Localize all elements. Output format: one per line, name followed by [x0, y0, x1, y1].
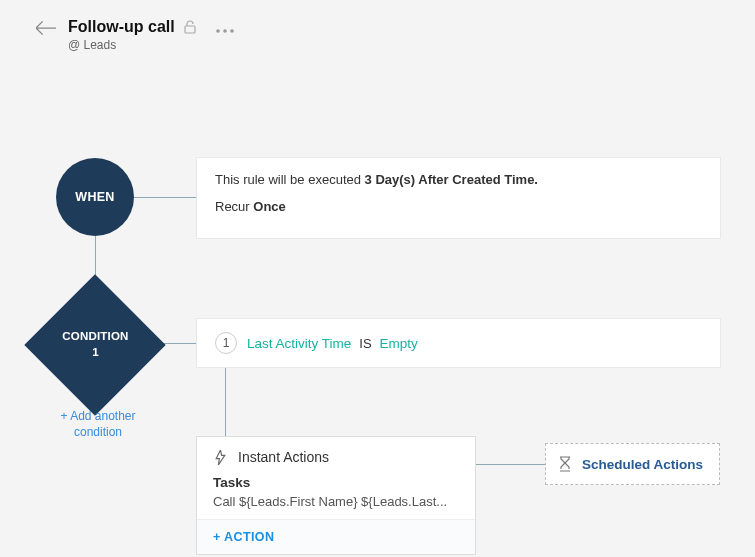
when-recur-bold: Once	[253, 199, 286, 214]
svg-point-2	[223, 29, 227, 33]
node-condition-number: 1	[62, 345, 128, 361]
node-when[interactable]: WHEN	[56, 158, 134, 236]
back-arrow-icon[interactable]	[36, 20, 56, 36]
when-recur-pre: Recur	[215, 199, 253, 214]
condition-field: Last Activity Time	[247, 336, 351, 351]
panel-instant-actions: Instant Actions Tasks Call ${Leads.First…	[196, 436, 476, 555]
svg-point-3	[230, 29, 234, 33]
svg-rect-0	[185, 26, 195, 33]
connector-actions-sched	[476, 464, 545, 465]
connector-when-panel	[134, 197, 196, 198]
title-block: Follow-up call @ Leads	[68, 18, 197, 52]
condition-index-badge: 1	[215, 332, 237, 354]
node-condition[interactable]: CONDITION 1	[24, 274, 165, 415]
scheduled-actions-title: Scheduled Actions	[582, 457, 703, 472]
when-rule-text: This rule will be executed 3 Day(s) Afte…	[215, 172, 702, 187]
hourglass-icon	[558, 456, 572, 472]
connector-cond-actions	[225, 368, 226, 436]
panel-when[interactable]: This rule will be executed 3 Day(s) Afte…	[196, 157, 721, 239]
panel-scheduled-actions[interactable]: Scheduled Actions	[545, 443, 720, 485]
condition-operator: IS	[359, 336, 371, 351]
instant-actions-title: Instant Actions	[238, 449, 329, 465]
when-text-bold: 3 Day(s) After Created Time.	[365, 172, 538, 187]
page-title: Follow-up call	[68, 18, 175, 36]
page-subtitle: @ Leads	[68, 38, 197, 52]
workflow-canvas: WHEN This rule will be executed 3 Day(s)…	[0, 60, 755, 557]
lock-open-icon[interactable]	[183, 20, 197, 34]
panel-condition[interactable]: 1 Last Activity Time IS Empty	[196, 318, 721, 368]
more-options-icon[interactable]	[215, 22, 235, 37]
condition-expression: Last Activity Time IS Empty	[247, 336, 418, 351]
page-header: Follow-up call @ Leads	[0, 0, 755, 60]
lightning-icon	[213, 450, 228, 465]
node-condition-label: CONDITION	[62, 329, 128, 345]
add-action-button[interactable]: + ACTION	[197, 519, 475, 554]
tasks-label: Tasks	[197, 471, 475, 492]
node-when-label: WHEN	[75, 190, 114, 204]
instant-actions-header: Instant Actions	[197, 437, 475, 471]
add-another-condition-link[interactable]: + Add another condition	[48, 408, 148, 440]
svg-point-1	[216, 29, 220, 33]
when-text-pre: This rule will be executed	[215, 172, 365, 187]
condition-value: Empty	[380, 336, 418, 351]
task-item[interactable]: Call ${Leads.First Name} ${Leads.Last...	[197, 492, 475, 519]
when-recur-text: Recur Once	[215, 199, 702, 214]
